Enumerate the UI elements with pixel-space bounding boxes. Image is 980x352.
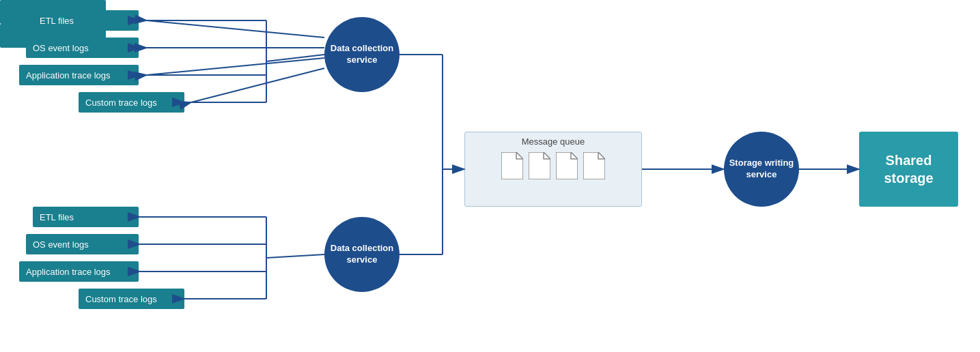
top-etl-box: ETL files	[33, 10, 139, 31]
bottom-etl-box: ETL files	[33, 207, 139, 227]
bottom-custom-box: Custom trace logs	[79, 289, 184, 309]
dc-top-circle: Data collection service	[324, 17, 400, 92]
bottom-apptrace-box: Application trace logs	[19, 261, 139, 282]
svg-line-9	[191, 68, 324, 102]
svg-marker-2	[556, 152, 578, 179]
svg-line-8	[147, 58, 324, 75]
bottom-os-box: OS event logs	[26, 234, 139, 254]
doc-icon-2	[529, 152, 550, 179]
message-queue-box: Message queue	[464, 132, 642, 207]
doc-icon-4	[583, 152, 605, 179]
svg-line-11	[266, 55, 324, 61]
architecture-diagram: ETL files OS event logs Application trac…	[0, 0, 980, 352]
shared-storage-box: Shared storage	[859, 132, 958, 207]
mq-documents	[501, 152, 605, 179]
sw-circle: Storage writing service	[724, 132, 799, 207]
dc-bottom-circle: Data collection service	[324, 217, 400, 292]
top-apptrace-box: Application trace logs	[19, 65, 139, 85]
svg-line-6	[147, 20, 324, 38]
doc-icon-3	[556, 152, 578, 179]
doc-icon-1	[501, 152, 523, 179]
svg-marker-1	[529, 152, 550, 179]
top-custom-box: Custom trace logs	[79, 92, 184, 113]
mq-label: Message queue	[522, 136, 585, 147]
top-os-box: OS event logs	[26, 38, 139, 58]
svg-marker-0	[501, 152, 523, 179]
svg-line-22	[266, 254, 324, 258]
svg-marker-3	[583, 152, 605, 179]
